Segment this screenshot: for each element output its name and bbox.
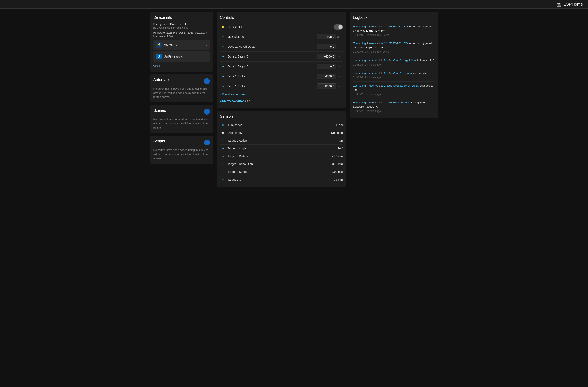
led-icon: 💡 bbox=[220, 25, 226, 29]
log-entry-2: Everything Presence Lite 2fbc58 Zone 1 T… bbox=[353, 56, 435, 69]
logbook-card: Logbook Everything Presence Lite 2fbc58 … bbox=[350, 12, 438, 118]
illuminance-value: 1.7 lx bbox=[336, 123, 343, 127]
scripts-empty-text: No scripts have been added using this de… bbox=[153, 148, 210, 160]
target1-active-icon: ✔ bbox=[220, 139, 226, 142]
log-entry-1: Everything Presence Lite 2fbc58 ESP32 LE… bbox=[353, 39, 435, 56]
integration-unifi[interactable]: U UniFi Network › bbox=[153, 51, 210, 62]
device-name: Everything_Presence_Lite bbox=[153, 22, 210, 26]
z1ex-label: Zone 1 End X bbox=[228, 75, 317, 78]
visit-link[interactable]: VISIT bbox=[153, 65, 160, 68]
log-time-0: 01:08:49 · 2 minutes ago · Lewis bbox=[353, 33, 435, 37]
controls-list: 💡 ESP32 LED ↔ Max Distance cm bbox=[220, 22, 343, 91]
log-entry-5: Everything Presence Lite 2fbc58 Reset Re… bbox=[353, 98, 435, 115]
max-dist-unit: cm bbox=[337, 35, 343, 38]
scripts-card: Scripts + No scripts have been added usi… bbox=[150, 136, 213, 164]
log-time-3: 01:08:24 · 2 minutes ago bbox=[353, 75, 435, 79]
target1-angle-icon: ↔ bbox=[220, 147, 226, 150]
device-info-title: Device info bbox=[153, 15, 210, 20]
target1-distance-value: 476 mm bbox=[332, 155, 343, 158]
log-entry-4: Everything Presence Lite 2fbc58 Occupanc… bbox=[353, 82, 435, 98]
chevron-right-icon-2: › bbox=[206, 55, 207, 58]
occupancy-icon: 🏠 bbox=[220, 131, 226, 135]
add-script-button[interactable]: + bbox=[204, 139, 210, 145]
z1bx-input[interactable] bbox=[317, 54, 336, 59]
max-dist-label: Max Distance bbox=[228, 35, 317, 38]
control-zone1-begin-x: ↔ Zone 1 Begin X mm bbox=[220, 52, 343, 62]
z1bx-icon: ↔ bbox=[220, 55, 226, 58]
z1ey-input[interactable] bbox=[317, 84, 336, 89]
unifi-icon: U bbox=[156, 54, 162, 59]
z1by-input[interactable] bbox=[317, 64, 336, 69]
max-dist-icon: ↔ bbox=[220, 35, 226, 38]
add-automation-button[interactable]: + bbox=[204, 78, 210, 84]
log-device-3[interactable]: Everything Presence Lite 2fbc58 Zone 1 O… bbox=[353, 71, 416, 75]
integration-esphome[interactable]: ⚡ ESPHome › bbox=[153, 40, 210, 50]
log-time-1: 01:08:48 · 2 minutes ago · Lewis bbox=[353, 50, 435, 54]
toggle-knob bbox=[338, 25, 342, 29]
sensor-target1-distance: ↔ Target 1 Distance 476 mm bbox=[220, 152, 343, 160]
occupancy-label: Occupancy bbox=[228, 131, 331, 135]
max-dist-input[interactable] bbox=[317, 34, 336, 39]
firmware-line: Firmware: 2023.9.3 (Oct 17 2023, 01:02:0… bbox=[153, 31, 210, 34]
top-bar: 📷 ESPHome bbox=[0, 0, 588, 9]
z1by-unit: mm bbox=[337, 65, 343, 68]
target1-x-value: -79 mm bbox=[333, 178, 343, 181]
sensor-target1-resolution: ↔ Target 1 Resolution 360 mm bbox=[220, 160, 343, 168]
led-toggle[interactable] bbox=[334, 24, 343, 29]
chevron-right-icon: › bbox=[206, 43, 207, 46]
log-bold-1: Light: Turn on bbox=[366, 46, 384, 49]
z1ex-input[interactable] bbox=[317, 73, 336, 79]
log-device-5[interactable]: Everything Presence Lite 2fbc58 Reset Re… bbox=[353, 101, 411, 104]
hardware-line: Hardware: 1.0.0 bbox=[153, 35, 210, 38]
control-esp32-led: 💡 ESP32 LED bbox=[220, 22, 343, 32]
sensors-title: Sensors bbox=[220, 114, 343, 119]
occ-delay-icon: ↔ bbox=[220, 45, 226, 48]
logbook-column: Logbook Everything Presence Lite 2fbc58 … bbox=[350, 12, 438, 187]
target1-distance-label: Target 1 Distance bbox=[228, 155, 332, 158]
log-time-5: 01:05:22 · 5 minutes ago bbox=[353, 109, 435, 113]
z1ex-icon: ↔ bbox=[220, 75, 226, 78]
control-occupancy-off-delay: ↔ Occupancy Off Delay bbox=[220, 42, 343, 52]
occ-delay-input[interactable] bbox=[317, 44, 336, 49]
more-options-button[interactable]: ⋮ bbox=[206, 64, 210, 68]
target1-distance-icon: ↔ bbox=[220, 155, 226, 158]
esphome-label: ESPHome bbox=[164, 43, 178, 46]
target1-x-icon: ↔ bbox=[220, 178, 226, 181]
log-time-2: 01:08:24 · 2 minutes ago bbox=[353, 63, 435, 67]
z1ey-unit: mm bbox=[337, 85, 343, 88]
middle-column: Controls 💡 ESP32 LED ↔ Max Distance bbox=[217, 12, 346, 187]
occupancy-value: Detected bbox=[331, 131, 343, 135]
z1ey-label: Zone 1 End Y bbox=[228, 85, 317, 88]
more-entities-link[interactable]: +12 entities not shown bbox=[220, 91, 343, 98]
z1by-label: Zone 1 Begin Y bbox=[228, 65, 317, 68]
scripts-header: Scripts + bbox=[153, 139, 210, 146]
log-device-0[interactable]: Everything Presence Lite 2fbc58 ESP32 LE… bbox=[353, 25, 408, 28]
log-device-2[interactable]: Everything Presence Lite 2fbc58 Zone 1 T… bbox=[353, 59, 418, 62]
add-scene-button[interactable]: + bbox=[204, 109, 210, 115]
log-device-1[interactable]: Everything Presence Lite 2fbc58 ESP32 LE… bbox=[353, 42, 408, 45]
sensor-target1-speed: ◎ Target 1 Speed 0.00 m/s bbox=[220, 168, 343, 176]
log-device-4[interactable]: Everything Presence Lite 2fbc58 Occupanc… bbox=[353, 84, 419, 87]
target1-speed-value: 0.00 m/s bbox=[332, 170, 343, 174]
control-zone1-begin-y: ↔ Zone 1 Begin Y mm bbox=[220, 62, 343, 71]
log-entry-3: Everything Presence Lite 2fbc58 Zone 1 O… bbox=[353, 69, 435, 82]
logbook-title: Logbook bbox=[353, 15, 435, 20]
target1-resolution-value: 360 mm bbox=[332, 162, 343, 166]
z1ex-unit: mm bbox=[337, 75, 343, 78]
target1-active-value: On bbox=[339, 139, 343, 142]
sensor-occupancy: 🏠 Occupancy Detected bbox=[220, 129, 343, 137]
target1-resolution-label: Target 1 Resolution bbox=[228, 162, 332, 166]
add-dashboard-button[interactable]: ADD TO DASHBOARD bbox=[220, 98, 251, 105]
z1by-icon: ↔ bbox=[220, 65, 226, 68]
log-time-4: 01:05:22 · 5 minutes ago bbox=[353, 92, 435, 96]
scenes-empty-text: No scenes have been added using this dev… bbox=[153, 117, 210, 130]
sensor-target1-angle: ↔ Target 1 Angle -10 ° bbox=[220, 145, 343, 152]
automations-card: Automations + No automations have been a… bbox=[150, 74, 213, 102]
log-bold-0: Light: Turn off bbox=[366, 29, 385, 32]
illuminance-icon: ⚙ bbox=[220, 123, 226, 127]
target1-angle-value: -10 ° bbox=[337, 147, 343, 150]
log-entry-0: Everything Presence Lite 2fbc58 ESP32 LE… bbox=[353, 22, 435, 39]
device-by: by EverythingSmartTechnology bbox=[153, 26, 210, 29]
target1-speed-label: Target 1 Speed bbox=[228, 170, 332, 174]
controls-card: Controls 💡 ESP32 LED ↔ Max Distance bbox=[217, 12, 346, 108]
